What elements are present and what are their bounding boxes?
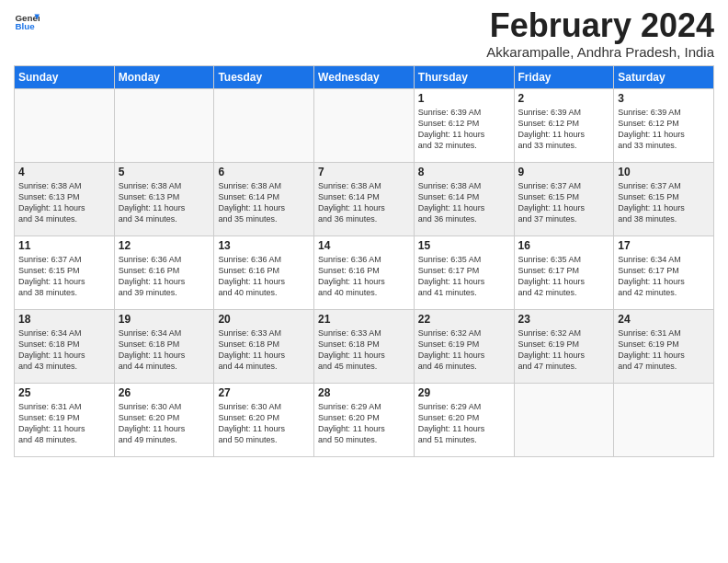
calendar-cell: 15Sunrise: 6:35 AM Sunset: 6:17 PM Dayli… <box>414 236 514 310</box>
cell-info: Sunrise: 6:39 AM Sunset: 6:12 PM Dayligh… <box>518 107 610 152</box>
cell-info: Sunrise: 6:30 AM Sunset: 6:20 PM Dayligh… <box>218 401 310 446</box>
day-number: 17 <box>618 239 710 252</box>
cell-info: Sunrise: 6:32 AM Sunset: 6:19 PM Dayligh… <box>518 327 610 373</box>
logo: General Blue <box>14 9 40 35</box>
calendar-cell: 5Sunrise: 6:38 AM Sunset: 6:13 PM Daylig… <box>114 163 214 236</box>
calendar-cell: 10Sunrise: 6:37 AM Sunset: 6:15 PM Dayli… <box>614 163 714 236</box>
calendar-cell: 18Sunrise: 6:34 AM Sunset: 6:18 PM Dayli… <box>15 310 115 384</box>
cell-info: Sunrise: 6:29 AM Sunset: 6:20 PM Dayligh… <box>318 401 410 446</box>
week-row-3: 11Sunrise: 6:37 AM Sunset: 6:15 PM Dayli… <box>15 236 714 310</box>
cell-info: Sunrise: 6:39 AM Sunset: 6:12 PM Dayligh… <box>418 107 510 152</box>
cell-info: Sunrise: 6:34 AM Sunset: 6:18 PM Dayligh… <box>18 327 110 373</box>
cell-info: Sunrise: 6:38 AM Sunset: 6:14 PM Dayligh… <box>318 180 410 225</box>
cell-info: Sunrise: 6:37 AM Sunset: 6:15 PM Dayligh… <box>518 180 610 225</box>
calendar-cell: 20Sunrise: 6:33 AM Sunset: 6:18 PM Dayli… <box>214 310 314 384</box>
day-number: 26 <box>119 386 210 399</box>
day-number: 4 <box>18 166 110 178</box>
cell-info: Sunrise: 6:34 AM Sunset: 6:17 PM Dayligh… <box>618 254 710 299</box>
day-number: 7 <box>318 166 410 178</box>
calendar-cell: 14Sunrise: 6:36 AM Sunset: 6:16 PM Dayli… <box>314 236 415 310</box>
week-row-1: 1Sunrise: 6:39 AM Sunset: 6:12 PM Daylig… <box>15 89 714 163</box>
cell-info: Sunrise: 6:30 AM Sunset: 6:20 PM Dayligh… <box>119 401 210 446</box>
column-header-saturday: Saturday <box>614 66 714 89</box>
cell-info: Sunrise: 6:39 AM Sunset: 6:12 PM Dayligh… <box>618 107 710 152</box>
day-number: 3 <box>618 92 710 105</box>
column-header-sunday: Sunday <box>15 66 115 89</box>
calendar-cell: 11Sunrise: 6:37 AM Sunset: 6:15 PM Dayli… <box>15 236 115 310</box>
cell-info: Sunrise: 6:29 AM Sunset: 6:20 PM Dayligh… <box>418 401 510 446</box>
calendar-cell: 17Sunrise: 6:34 AM Sunset: 6:17 PM Dayli… <box>614 236 714 310</box>
calendar-cell: 24Sunrise: 6:31 AM Sunset: 6:19 PM Dayli… <box>614 310 714 384</box>
cell-info: Sunrise: 6:36 AM Sunset: 6:16 PM Dayligh… <box>318 254 410 299</box>
cell-info: Sunrise: 6:31 AM Sunset: 6:19 PM Dayligh… <box>618 327 710 373</box>
column-header-thursday: Thursday <box>414 66 514 89</box>
page-header: General Blue February 2024 Akkarampalle,… <box>14 9 714 60</box>
day-number: 12 <box>119 239 210 252</box>
calendar-cell: 21Sunrise: 6:33 AM Sunset: 6:18 PM Dayli… <box>314 310 415 384</box>
day-number: 24 <box>618 313 710 326</box>
calendar-cell <box>15 89 115 163</box>
calendar-cell: 19Sunrise: 6:34 AM Sunset: 6:18 PM Dayli… <box>114 310 214 384</box>
cell-info: Sunrise: 6:36 AM Sunset: 6:16 PM Dayligh… <box>218 254 310 299</box>
day-number: 2 <box>518 92 610 105</box>
day-number: 22 <box>418 313 510 326</box>
day-number: 19 <box>119 313 210 326</box>
calendar-cell <box>114 89 214 163</box>
calendar-cell: 6Sunrise: 6:38 AM Sunset: 6:14 PM Daylig… <box>214 163 314 236</box>
calendar-cell: 9Sunrise: 6:37 AM Sunset: 6:15 PM Daylig… <box>514 163 614 236</box>
calendar-cell <box>214 89 314 163</box>
calendar-cell: 26Sunrise: 6:30 AM Sunset: 6:20 PM Dayli… <box>114 384 214 457</box>
week-row-2: 4Sunrise: 6:38 AM Sunset: 6:13 PM Daylig… <box>15 163 714 236</box>
title-block: February 2024 Akkarampalle, Andhra Prade… <box>486 9 714 60</box>
column-header-tuesday: Tuesday <box>214 66 314 89</box>
day-number: 21 <box>318 313 410 326</box>
day-number: 29 <box>418 386 510 399</box>
cell-info: Sunrise: 6:38 AM Sunset: 6:13 PM Dayligh… <box>119 180 210 225</box>
week-row-4: 18Sunrise: 6:34 AM Sunset: 6:18 PM Dayli… <box>15 310 714 384</box>
month-title: February 2024 <box>486 9 714 42</box>
svg-text:Blue: Blue <box>15 21 35 31</box>
calendar-cell: 23Sunrise: 6:32 AM Sunset: 6:19 PM Dayli… <box>514 310 614 384</box>
cell-info: Sunrise: 6:36 AM Sunset: 6:16 PM Dayligh… <box>119 254 210 299</box>
day-number: 6 <box>218 166 310 178</box>
day-number: 10 <box>618 166 710 178</box>
cell-info: Sunrise: 6:34 AM Sunset: 6:18 PM Dayligh… <box>119 327 210 373</box>
calendar-cell: 27Sunrise: 6:30 AM Sunset: 6:20 PM Dayli… <box>214 384 314 457</box>
cell-info: Sunrise: 6:37 AM Sunset: 6:15 PM Dayligh… <box>18 254 110 299</box>
calendar-cell: 1Sunrise: 6:39 AM Sunset: 6:12 PM Daylig… <box>414 89 514 163</box>
day-number: 20 <box>218 313 310 326</box>
calendar-cell <box>614 384 714 457</box>
location-title: Akkarampalle, Andhra Pradesh, India <box>486 44 714 60</box>
logo-icon: General Blue <box>14 9 40 35</box>
calendar-cell: 13Sunrise: 6:36 AM Sunset: 6:16 PM Dayli… <box>214 236 314 310</box>
day-number: 28 <box>318 386 410 399</box>
day-number: 23 <box>518 313 610 326</box>
day-number: 9 <box>518 166 610 178</box>
day-number: 18 <box>18 313 110 326</box>
day-number: 8 <box>418 166 510 178</box>
cell-info: Sunrise: 6:38 AM Sunset: 6:13 PM Dayligh… <box>18 180 110 225</box>
day-number: 13 <box>218 239 310 252</box>
calendar-cell: 12Sunrise: 6:36 AM Sunset: 6:16 PM Dayli… <box>114 236 214 310</box>
calendar-cell: 7Sunrise: 6:38 AM Sunset: 6:14 PM Daylig… <box>314 163 415 236</box>
cell-info: Sunrise: 6:37 AM Sunset: 6:15 PM Dayligh… <box>618 180 710 225</box>
calendar-cell <box>514 384 614 457</box>
cell-info: Sunrise: 6:38 AM Sunset: 6:14 PM Dayligh… <box>418 180 510 225</box>
day-number: 27 <box>218 386 310 399</box>
calendar-cell <box>314 89 415 163</box>
day-number: 11 <box>18 239 110 252</box>
week-row-5: 25Sunrise: 6:31 AM Sunset: 6:19 PM Dayli… <box>15 384 714 457</box>
calendar-cell: 8Sunrise: 6:38 AM Sunset: 6:14 PM Daylig… <box>414 163 514 236</box>
calendar-cell: 25Sunrise: 6:31 AM Sunset: 6:19 PM Dayli… <box>15 384 115 457</box>
column-header-friday: Friday <box>514 66 614 89</box>
day-number: 5 <box>119 166 210 178</box>
cell-info: Sunrise: 6:33 AM Sunset: 6:18 PM Dayligh… <box>218 327 310 373</box>
calendar-cell: 29Sunrise: 6:29 AM Sunset: 6:20 PM Dayli… <box>414 384 514 457</box>
cell-info: Sunrise: 6:38 AM Sunset: 6:14 PM Dayligh… <box>218 180 310 225</box>
calendar-header-row: SundayMondayTuesdayWednesdayThursdayFrid… <box>15 66 714 89</box>
cell-info: Sunrise: 6:33 AM Sunset: 6:18 PM Dayligh… <box>318 327 410 373</box>
calendar-cell: 22Sunrise: 6:32 AM Sunset: 6:19 PM Dayli… <box>414 310 514 384</box>
calendar-cell: 2Sunrise: 6:39 AM Sunset: 6:12 PM Daylig… <box>514 89 614 163</box>
calendar-cell: 4Sunrise: 6:38 AM Sunset: 6:13 PM Daylig… <box>15 163 115 236</box>
day-number: 14 <box>318 239 410 252</box>
